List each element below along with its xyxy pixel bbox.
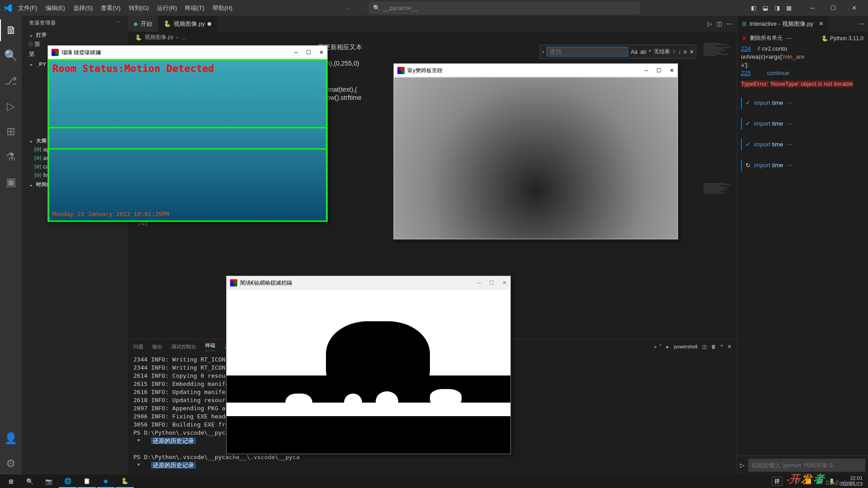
video-timestamp: Monday 23 January 2023 10:01:29PM bbox=[52, 211, 169, 217]
panel-maximize-icon[interactable]: ^ bbox=[721, 344, 723, 349]
split-editor-icon[interactable]: ◫ bbox=[717, 20, 722, 27]
find-toggle-icon[interactable]: › bbox=[542, 49, 544, 55]
cell-output[interactable]: ✓import time⋯ bbox=[741, 118, 864, 130]
nav-back-icon[interactable]: ← bbox=[344, 5, 350, 11]
jupyter-icon[interactable]: ▣ bbox=[0, 171, 22, 193]
menu-bar: 文件(F) 编辑(E) 选择(S) 查看(V) 转到(G) 运行(R) 终端(T… bbox=[14, 2, 236, 14]
terminal-split-icon[interactable]: ◫ bbox=[702, 344, 707, 350]
window-close-icon[interactable]: ✕ bbox=[670, 67, 674, 74]
menu-view[interactable]: 查看(V) bbox=[97, 2, 124, 14]
task-python-icon[interactable]: 🐍 bbox=[116, 474, 134, 488]
menu-terminal[interactable]: 终端(T) bbox=[181, 2, 208, 14]
extensions-icon[interactable]: ⊞ bbox=[0, 121, 22, 142]
titlebar: 文件(F) 编辑(E) 选择(S) 查看(V) 转到(G) 运行(R) 终端(T… bbox=[0, 0, 868, 16]
command-center-text: __pycache__ bbox=[383, 5, 418, 11]
layout-sidebar-left-icon[interactable]: ◧ bbox=[749, 3, 759, 13]
window-maximize-icon[interactable]: ☐ bbox=[656, 67, 661, 74]
task-ime-icon[interactable]: 拼 bbox=[772, 477, 783, 486]
find-regex-icon[interactable]: * bbox=[649, 49, 651, 55]
dirty-indicator-icon bbox=[208, 22, 211, 26]
menu-file[interactable]: 文件(F) bbox=[14, 2, 41, 14]
terminal-kill-icon[interactable]: 🗑 bbox=[711, 344, 716, 349]
find-case-icon[interactable]: Aa bbox=[631, 49, 637, 55]
panel-tab-debug[interactable]: 调试控制台 bbox=[171, 343, 196, 350]
panel-close-icon[interactable]: ✕ bbox=[727, 344, 731, 350]
source-control-icon[interactable]: ⎇ bbox=[0, 70, 22, 92]
cell-output[interactable]: ✓import time⋯ bbox=[741, 97, 864, 109]
window-maximize-icon[interactable]: ☐ bbox=[823, 0, 844, 16]
interactive-tab[interactable]: ⊞Interactive - 视频图像.py✕ bbox=[737, 16, 828, 32]
menu-go[interactable]: 转到(G) bbox=[125, 2, 153, 14]
window-minimize-icon[interactable]: ─ bbox=[802, 0, 823, 16]
find-selection-icon[interactable]: ≡ bbox=[684, 49, 687, 55]
find-prev-icon[interactable]: ↑ bbox=[673, 49, 675, 55]
layout-sidebar-right-icon[interactable]: ◨ bbox=[772, 3, 782, 13]
task-chrome-icon[interactable]: 🌐 bbox=[59, 474, 77, 488]
task-vscode-icon[interactable]: ◆ bbox=[97, 474, 115, 488]
explorer-more-icon[interactable]: ⋯ bbox=[115, 19, 121, 26]
find-next-icon[interactable]: ↓ bbox=[678, 49, 681, 55]
open-editors-section[interactable]: ⌄打开 bbox=[22, 30, 128, 39]
terminal-shell-icon[interactable]: ▸ bbox=[666, 344, 669, 350]
vscode-logo-icon bbox=[4, 4, 13, 13]
window-close-icon[interactable]: ✕ bbox=[319, 49, 324, 56]
interactive-run-icon[interactable]: ▷ bbox=[740, 462, 745, 469]
find-input[interactable] bbox=[547, 47, 628, 56]
opencv-icon bbox=[230, 279, 237, 286]
find-word-icon[interactable]: ab bbox=[640, 49, 646, 55]
nav-forward-icon[interactable]: → bbox=[358, 5, 363, 11]
tab-video-py[interactable]: 🐍视频图像.py bbox=[158, 16, 217, 32]
interactive-more-icon[interactable]: ⋯ bbox=[855, 20, 868, 27]
window-maximize-icon[interactable]: ☐ bbox=[489, 280, 494, 286]
terminal-shell-label: powershell bbox=[674, 344, 698, 349]
find-close-icon[interactable]: ✕ bbox=[689, 49, 694, 55]
close-icon[interactable]: ✕ bbox=[819, 20, 824, 27]
activity-bar: 🗎 🔍 ⎇ ▷ ⊞ ⚗ ▣ 👤 ⚙ bbox=[0, 16, 22, 474]
search-icon: 🔍 bbox=[373, 5, 380, 11]
start-button-icon[interactable]: ⊞ bbox=[2, 474, 20, 488]
cv-window-threshold[interactable]: 闃堝€硷繝椿鎻滅粨鏋 ─☐✕ bbox=[226, 276, 511, 454]
panel-tab-output[interactable]: 输出 bbox=[152, 343, 162, 350]
cell-running[interactable]: ↻import time⋯ bbox=[741, 160, 864, 171]
layout-customize-icon[interactable]: ▦ bbox=[784, 3, 794, 13]
explorer-icon[interactable]: 🗎 bbox=[0, 19, 22, 41]
command-center[interactable]: 🔍 __pycache__ bbox=[369, 2, 640, 14]
minimap[interactable] bbox=[701, 43, 737, 339]
interactive-input[interactable] bbox=[748, 459, 865, 472]
task-camera-icon[interactable]: 📷 bbox=[40, 474, 58, 488]
interrupt-icon[interactable]: ✕ bbox=[742, 35, 746, 42]
terminal-new-icon[interactable]: ＋ ˅ bbox=[653, 343, 662, 350]
run-button-icon[interactable]: ▷ bbox=[708, 20, 712, 27]
cv-window-gray[interactable]: 甯у樊鐏板害鍥 ─☐✕ bbox=[393, 63, 678, 239]
layout-panel-icon[interactable]: ⬓ bbox=[760, 3, 770, 13]
menu-run[interactable]: 运行(R) bbox=[153, 2, 180, 14]
cell-output[interactable]: ✓import time⋯ bbox=[741, 139, 864, 150]
cv-window-video[interactable]: 瑙嗛 鏈夌嚎鐪嬭 ─☐✕ Room Status:Motion Detected… bbox=[47, 45, 328, 221]
opencv-icon bbox=[52, 49, 59, 56]
account-icon[interactable]: 👤 bbox=[0, 427, 22, 449]
window-minimize-icon[interactable]: ─ bbox=[644, 67, 648, 74]
settings-gear-icon[interactable]: ⚙ bbox=[0, 453, 22, 474]
run-debug-icon[interactable]: ▷ bbox=[0, 95, 22, 117]
clear-all-button[interactable]: 删除所有单元 bbox=[750, 34, 783, 42]
window-close-icon[interactable]: ✕ bbox=[502, 280, 507, 286]
panel-tab-terminal[interactable]: 终端 bbox=[205, 342, 215, 351]
menu-help[interactable]: 帮助(H) bbox=[209, 2, 236, 14]
editor-more-icon[interactable]: ⋯ bbox=[726, 20, 732, 27]
cell-more-icon[interactable]: ⋯ bbox=[786, 35, 792, 42]
menu-edit[interactable]: 编辑(E) bbox=[42, 2, 69, 14]
window-maximize-icon[interactable]: ☐ bbox=[306, 49, 311, 56]
panel-tab-problems[interactable]: 问题 bbox=[133, 343, 143, 350]
menu-select[interactable]: 选择(S) bbox=[70, 2, 96, 14]
find-status: 无结果 bbox=[654, 48, 670, 56]
testing-icon[interactable]: ⚗ bbox=[0, 146, 22, 168]
window-minimize-icon[interactable]: ─ bbox=[477, 280, 481, 286]
window-minimize-icon[interactable]: ─ bbox=[294, 49, 298, 56]
window-close-icon[interactable]: ✕ bbox=[844, 0, 864, 16]
task-search-icon[interactable]: 🔍 bbox=[21, 474, 39, 488]
kernel-picker[interactable]: 🐍Python 3.11.0 bbox=[821, 35, 863, 42]
tab-welcome[interactable]: ◆开始 bbox=[128, 16, 158, 32]
breadcrumb[interactable]: 🐍视频图像.py›… bbox=[128, 32, 737, 43]
task-clipboard-icon[interactable]: 📋 bbox=[78, 474, 96, 488]
search-activity-icon[interactable]: 🔍 bbox=[0, 45, 22, 66]
